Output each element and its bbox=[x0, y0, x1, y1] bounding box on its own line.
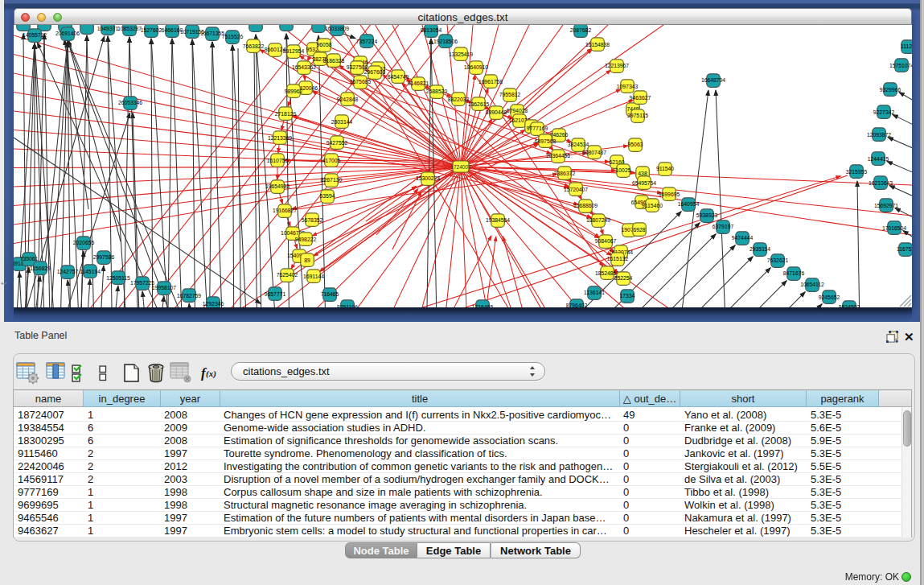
svg-text:1640954: 1640954 bbox=[678, 201, 700, 207]
svg-text:6794028: 6794028 bbox=[507, 108, 528, 113]
svg-text:9699695: 9699695 bbox=[659, 192, 680, 197]
svg-text:16671355: 16671355 bbox=[200, 31, 224, 36]
svg-text:417005: 417005 bbox=[322, 158, 341, 163]
svg-text:6497568: 6497568 bbox=[535, 138, 556, 144]
svg-text:8813054: 8813054 bbox=[421, 27, 442, 33]
svg-text:1615132: 1615132 bbox=[607, 256, 629, 262]
svg-text:5938923: 5938923 bbox=[696, 212, 718, 218]
svg-text:2803144: 2803144 bbox=[331, 119, 353, 125]
svg-text:716465: 716465 bbox=[321, 291, 339, 297]
svg-text:2588520: 2588520 bbox=[426, 89, 448, 94]
svg-text:9427552: 9427552 bbox=[326, 140, 348, 146]
svg-text:746266: 746266 bbox=[550, 132, 569, 138]
svg-text:95063: 95063 bbox=[628, 142, 643, 147]
svg-text:9498222: 9498222 bbox=[295, 237, 317, 242]
svg-text:438: 438 bbox=[638, 171, 647, 176]
svg-text:16210643: 16210643 bbox=[869, 180, 893, 186]
svg-text:9329966: 9329966 bbox=[880, 87, 901, 93]
svg-text:2997586: 2997586 bbox=[93, 254, 115, 260]
svg-text:9245652: 9245652 bbox=[819, 295, 840, 300]
svg-text:15720407: 15720407 bbox=[564, 187, 588, 192]
svg-text:8186328: 8186328 bbox=[323, 58, 345, 64]
svg-text:14055712: 14055712 bbox=[23, 32, 47, 38]
svg-text:3215955: 3215955 bbox=[846, 169, 868, 175]
svg-text:8471676: 8471676 bbox=[783, 270, 805, 276]
svg-text:7663822: 7663822 bbox=[243, 43, 265, 49]
svg-text:2087682: 2087682 bbox=[570, 27, 592, 33]
svg-text:13325419: 13325419 bbox=[449, 51, 473, 57]
svg-text:1049371: 1049371 bbox=[97, 26, 119, 31]
svg-text:89: 89 bbox=[304, 257, 310, 263]
svg-text:9084067: 9084067 bbox=[595, 238, 617, 244]
svg-text:16154838: 16154838 bbox=[585, 42, 610, 47]
svg-text:12213369: 12213369 bbox=[268, 135, 292, 141]
svg-text:10688609: 10688609 bbox=[573, 203, 598, 208]
svg-text:1097343: 1097343 bbox=[617, 84, 639, 89]
svg-text:8822032: 8822032 bbox=[448, 97, 470, 102]
svg-text:9474444: 9474444 bbox=[732, 235, 754, 241]
svg-text:8990448: 8990448 bbox=[486, 109, 507, 115]
svg-text:1242757: 1242757 bbox=[57, 269, 79, 274]
svg-text:6379197: 6379197 bbox=[713, 224, 734, 229]
svg-text:9242848: 9242848 bbox=[337, 97, 359, 102]
svg-text:9251106: 9251106 bbox=[337, 304, 358, 307]
svg-text:6928: 6928 bbox=[633, 227, 645, 233]
svg-text:9657771: 9657771 bbox=[265, 291, 286, 297]
svg-text:9146821: 9146821 bbox=[408, 80, 429, 86]
svg-text:9463627: 9463627 bbox=[630, 95, 651, 101]
svg-text:15692971: 15692971 bbox=[874, 203, 898, 208]
svg-text:19654933: 19654933 bbox=[265, 183, 290, 189]
svg-text:7357224: 7357224 bbox=[356, 39, 378, 44]
svg-text:96058: 96058 bbox=[317, 42, 332, 47]
svg-text:2020655: 2020655 bbox=[73, 240, 95, 245]
svg-text:735061: 735061 bbox=[20, 256, 39, 262]
svg-text:7625402: 7625402 bbox=[277, 272, 298, 278]
svg-text:19958107: 19958107 bbox=[152, 285, 176, 290]
svg-text:8912954: 8912954 bbox=[283, 48, 305, 54]
svg-text:989962: 989962 bbox=[285, 89, 303, 94]
svg-text:8796402: 8796402 bbox=[566, 303, 588, 307]
svg-text:19218506: 19218506 bbox=[433, 39, 458, 44]
svg-text:16033809: 16033809 bbox=[325, 26, 349, 31]
svg-text:1145194: 1145194 bbox=[80, 269, 101, 274]
svg-text:5678352: 5678352 bbox=[302, 217, 323, 223]
svg-text:252254: 252254 bbox=[614, 275, 633, 281]
svg-text:7955812: 7955812 bbox=[499, 92, 521, 97]
svg-text:1362615: 1362615 bbox=[468, 101, 490, 107]
svg-text:1136141: 1136141 bbox=[584, 290, 605, 295]
svg-text:10807487: 10807487 bbox=[582, 150, 606, 155]
svg-text:8267130: 8267130 bbox=[321, 177, 343, 183]
svg-text:12213967: 12213967 bbox=[605, 63, 629, 68]
svg-text:911540: 911540 bbox=[656, 166, 674, 171]
svg-text:26053346: 26053346 bbox=[118, 100, 142, 105]
svg-text:11121: 11121 bbox=[901, 43, 912, 49]
svg-text:20364456: 20364456 bbox=[546, 153, 570, 159]
svg-text:16648794: 16648794 bbox=[701, 77, 725, 83]
svg-text:17016504: 17016504 bbox=[882, 225, 906, 231]
svg-text:16543362: 16543362 bbox=[292, 64, 316, 70]
svg-text:1527602: 1527602 bbox=[141, 27, 162, 33]
svg-text:1691144: 1691144 bbox=[303, 274, 324, 279]
svg-text:9777169: 9777169 bbox=[527, 126, 548, 131]
svg-text:15300273: 15300273 bbox=[416, 175, 440, 181]
svg-text:1724007: 1724007 bbox=[450, 164, 471, 170]
svg-text:10654112: 10654112 bbox=[800, 282, 824, 287]
svg-text:7386372: 7386372 bbox=[554, 171, 576, 176]
svg-text:10853287: 10853287 bbox=[117, 26, 142, 31]
svg-text:1156829: 1156829 bbox=[30, 266, 51, 271]
svg-text:17334: 17334 bbox=[620, 293, 635, 299]
svg-text:(x): (x) bbox=[206, 369, 216, 379]
svg-text:3675685: 3675685 bbox=[350, 79, 372, 84]
svg-text:3824534: 3824534 bbox=[568, 142, 589, 147]
svg-text:19384554: 19384554 bbox=[486, 217, 510, 223]
svg-text:1610755: 1610755 bbox=[267, 158, 289, 163]
svg-text:18640910: 18640910 bbox=[464, 64, 488, 70]
svg-text:1244415: 1244415 bbox=[868, 156, 889, 162]
svg-text:7632621: 7632621 bbox=[767, 257, 789, 263]
svg-text:9227342: 9227342 bbox=[873, 109, 895, 115]
svg-text:2935114: 2935114 bbox=[749, 246, 770, 252]
svg-text:53594: 53594 bbox=[320, 193, 335, 199]
svg-text:12505115: 12505115 bbox=[106, 275, 130, 281]
svg-text:17957225: 17957225 bbox=[130, 280, 154, 286]
svg-text:16782759: 16782759 bbox=[177, 293, 201, 299]
